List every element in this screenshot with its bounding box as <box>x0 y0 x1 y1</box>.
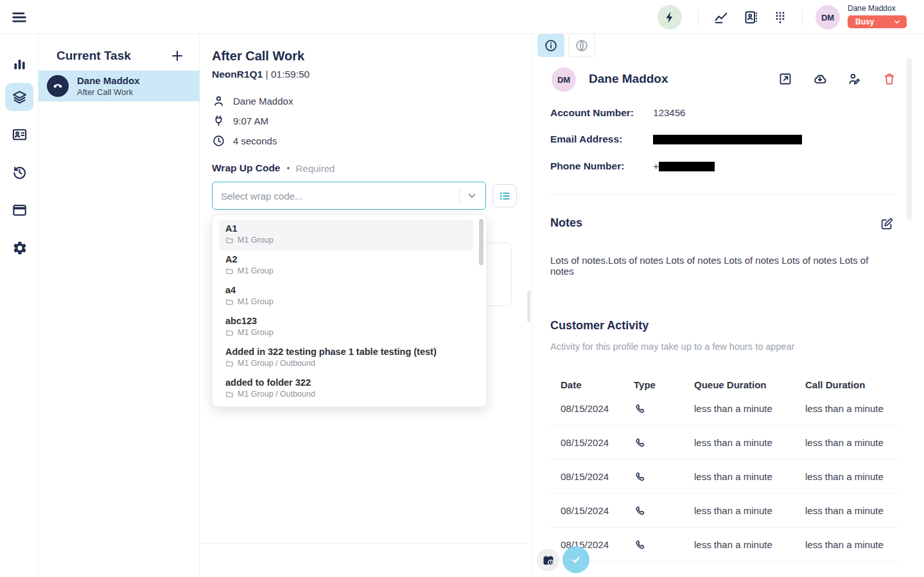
nav-browser-item[interactable] <box>5 196 33 224</box>
wrap-code-option[interactable]: A2 M1 Group <box>219 250 473 281</box>
phone-handset-icon <box>51 80 64 92</box>
activity-row[interactable]: 08/15/2024 less than a minute less than … <box>550 494 900 528</box>
nav-dashboard-item[interactable] <box>5 50 33 78</box>
row-call-duration: less than a minute <box>805 471 900 482</box>
nav-history-item[interactable] <box>5 158 33 186</box>
call-type-phone-icon <box>634 470 694 483</box>
user-block: Dane Maddox Busy <box>848 4 912 28</box>
option-group-row: M1 Group <box>225 328 467 337</box>
download-cloud-button[interactable] <box>813 72 827 86</box>
dialpad-icon[interactable] <box>772 10 788 25</box>
option-group-row: M1 Group <box>225 297 467 306</box>
nav-contacts-item[interactable] <box>5 120 33 148</box>
phone-label: Phone Number: <box>550 160 650 172</box>
wrap-code-option[interactable]: added to folder 322 M1 Group / Outbound <box>219 374 473 404</box>
phone-row: Phone Number: + <box>550 160 715 172</box>
wrap-code-option[interactable]: a4 M1 Group <box>219 281 473 312</box>
email-label: Email Address: <box>550 133 650 145</box>
calendar-clock-icon <box>542 554 555 567</box>
queue-timer-line: NeonR1Q1 | 01:59:50 <box>212 69 309 80</box>
wrap-code-option[interactable]: A1 M1 Group <box>219 220 473 250</box>
tab-profile-info[interactable] <box>537 33 564 57</box>
confirm-wrap-up-button[interactable] <box>562 546 589 573</box>
user-avatar[interactable]: DM <box>815 5 840 30</box>
delete-contact-button[interactable] <box>882 72 896 86</box>
after-call-work-panel: After Call Work NeonR1Q1 | 01:59:50 Dane… <box>200 34 532 577</box>
edit-notes-button[interactable] <box>880 217 894 231</box>
option-group-row: M1 Group / Outbound <box>225 359 467 368</box>
list-icon <box>498 189 512 203</box>
wrap-code-dropdown: A1 M1 Group A2 M1 Group a4 M1 Group <box>212 214 487 407</box>
required-label: Required <box>296 163 335 174</box>
row-queue-duration: less than a minute <box>694 505 805 516</box>
option-title: A1 <box>225 223 467 234</box>
add-task-button[interactable] <box>170 48 185 64</box>
email-redaction-bar <box>653 135 802 144</box>
col-type: Type <box>634 379 694 390</box>
activity-row[interactable]: 08/15/2024 less than a minute less than … <box>550 392 900 426</box>
plug-icon <box>212 114 225 128</box>
lightning-icon <box>663 10 677 24</box>
wrap-code-list-button[interactable] <box>493 184 517 207</box>
folder-icon <box>225 267 234 275</box>
wrap-code-option[interactable]: abc123 M1 Group <box>219 312 473 343</box>
contact-row: Dane Maddox <box>212 94 293 108</box>
history-icon <box>12 164 28 180</box>
select-chevron-down-icon[interactable] <box>466 189 478 202</box>
option-group-row: M1 Group <box>225 266 467 275</box>
center-panel-scrollbar[interactable] <box>527 291 530 322</box>
row-queue-duration: less than a minute <box>694 539 805 550</box>
nav-tasks-item[interactable] <box>5 83 33 111</box>
wrap-up-code-label-row: Wrap Up Code Required <box>212 162 335 174</box>
elapsed-time: 4 seconds <box>233 135 277 146</box>
account-number-row: Account Number: 123456 <box>550 107 685 119</box>
top-bar: DM Dane Maddox Busy <box>0 0 924 34</box>
notes-body: Lots of notes.Lots of notes Lots of note… <box>550 255 891 277</box>
col-call-duration: Call Duration <box>805 379 900 390</box>
schedule-followup-button[interactable] <box>537 549 559 571</box>
option-group-row: M1 Group <box>225 236 467 245</box>
open-external-button[interactable] <box>778 72 792 86</box>
activity-row[interactable]: 08/15/2024 less than a minute less than … <box>550 460 900 494</box>
account-number-value: 123456 <box>653 107 685 118</box>
col-date: Date <box>561 379 634 390</box>
contact-card-icon <box>12 126 28 142</box>
quick-actions-button[interactable] <box>658 5 682 30</box>
required-dot <box>287 167 290 169</box>
option-group: M1 Group <box>238 266 274 275</box>
status-dropdown[interactable]: Busy <box>848 15 907 28</box>
edit-contact-button[interactable] <box>848 72 862 86</box>
task-avatar <box>47 75 69 97</box>
layers-icon <box>12 89 28 105</box>
start-time: 9:07 AM <box>233 116 268 126</box>
option-title: abc123 <box>225 316 467 326</box>
task-list-item[interactable]: Dane Maddox After Call Work <box>39 71 200 101</box>
tab-insights[interactable] <box>568 33 595 57</box>
phone-prefix: + <box>653 160 659 171</box>
nav-settings-item[interactable] <box>5 234 33 262</box>
profile-actions <box>778 72 896 86</box>
elapsed-row: 4 seconds <box>212 134 277 148</box>
wrap-code-select-input[interactable] <box>212 182 486 210</box>
wrap-code-option[interactable]: Added in 322 testing phase 1 table testi… <box>219 343 473 374</box>
activity-row[interactable]: 08/15/2024 less than a minute less than … <box>550 426 900 460</box>
check-icon <box>569 553 583 567</box>
account-number-label: Account Number: <box>550 107 650 119</box>
task-type: After Call Work <box>77 87 140 97</box>
separator: | <box>266 69 268 80</box>
select-divider <box>459 187 460 204</box>
call-type-phone-icon <box>634 504 694 517</box>
directory-contact-card-icon[interactable] <box>743 10 758 25</box>
topbar-divider <box>802 10 803 25</box>
chevron-down-icon <box>893 17 902 26</box>
dropdown-scrollbar[interactable] <box>479 219 484 265</box>
row-date: 08/15/2024 <box>561 403 634 414</box>
activity-row[interactable]: 08/15/2024 less than a minute less than … <box>550 528 900 562</box>
option-group: M1 Group <box>238 297 274 306</box>
queue-name: NeonR1Q1 <box>212 69 263 80</box>
hamburger-menu-icon[interactable] <box>10 8 28 26</box>
start-time-row: 9:07 AM <box>212 114 268 128</box>
reports-chart-icon[interactable] <box>713 10 729 25</box>
right-panel-scrollbar[interactable] <box>907 58 912 220</box>
left-nav-rail <box>0 34 39 577</box>
